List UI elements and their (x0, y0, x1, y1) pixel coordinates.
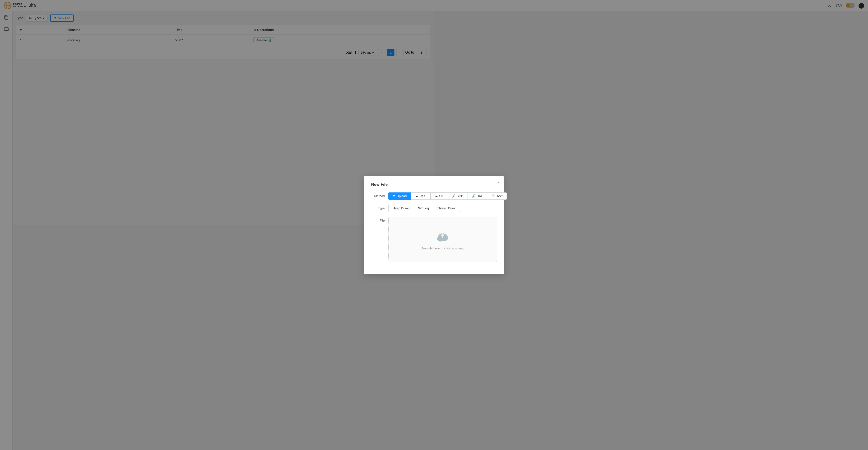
heap-dump-label: Heap Dump (393, 206, 410, 210)
type-row: Type Heap Dump GC Log Thread Dump (371, 205, 434, 212)
type-label: Type (371, 205, 385, 210)
modal-overlay[interactable]: New File × Method ⬆ Upload ☁ OSS ☁ S3 � (0, 0, 434, 225)
upload-icon: ⬆ (393, 194, 395, 198)
method-tab-upload[interactable]: ⬆ Upload (388, 192, 411, 200)
type-tab-gc[interactable]: GC Log (414, 205, 433, 212)
file-row: File Drop file here or click to upload (371, 217, 434, 225)
method-row: Method ⬆ Upload ☁ OSS ☁ S3 🔗 SCP (371, 192, 434, 200)
method-tab-oss[interactable]: ☁ OSS (411, 192, 430, 200)
method-tabs: ⬆ Upload ☁ OSS ☁ S3 🔗 SCP 🔗 URL (388, 192, 434, 200)
file-label: File (371, 217, 385, 222)
type-tab-heap[interactable]: Heap Dump (388, 205, 414, 212)
method-tab-s3[interactable]: ☁ S3 (430, 192, 434, 200)
dialog-title: New File (371, 182, 434, 187)
method-upload-label: Upload (397, 194, 407, 198)
type-tabs: Heap Dump GC Log Thread Dump (388, 205, 434, 212)
method-oss-label: OSS (420, 194, 426, 198)
upload-area[interactable]: Drop file here or click to upload (388, 217, 434, 225)
oss-icon: ☁ (415, 194, 418, 198)
gc-log-label: GC Log (418, 206, 429, 210)
method-label: Method (371, 192, 385, 198)
type-tab-thread[interactable]: Thread Dump (433, 205, 434, 212)
new-file-dialog: New File × Method ⬆ Upload ☁ OSS ☁ S3 � (364, 176, 434, 225)
